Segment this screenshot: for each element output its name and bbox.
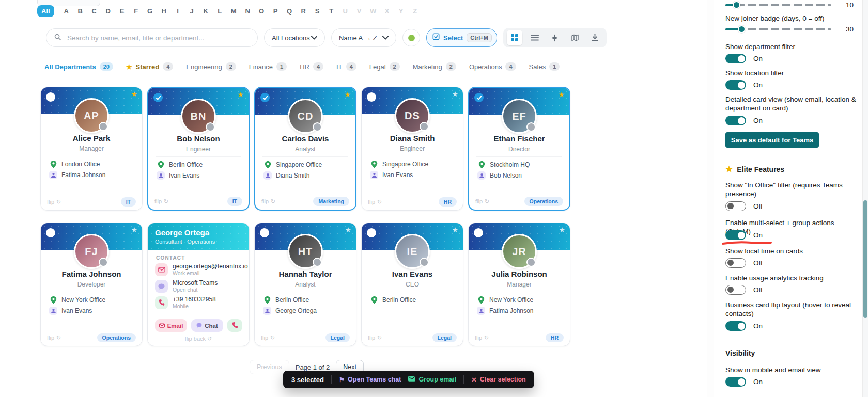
toggle-switch[interactable] <box>725 54 746 63</box>
flip-hint[interactable]: flip↻ <box>475 335 489 341</box>
tab-finance[interactable]: Finance1 <box>249 62 287 71</box>
toggle-switch[interactable] <box>725 116 746 125</box>
person-card-carlos-davis[interactable]: ★CDCarlos DavisAnalystSingapore OfficeDi… <box>254 87 357 211</box>
toggle-switch[interactable] <box>725 377 746 387</box>
export-download-button[interactable] <box>587 30 603 45</box>
toggle-switch[interactable] <box>725 230 746 240</box>
flip-hint[interactable]: flip↻ <box>261 335 275 341</box>
alphabet-letter-M[interactable]: M <box>227 7 241 15</box>
search-box[interactable] <box>46 28 258 47</box>
person-card-fatima-johnson[interactable]: ★FJFatima JohnsonDeveloperNew York Offic… <box>40 223 143 346</box>
group-email-button[interactable]: Group email <box>408 376 456 383</box>
toggle-switch[interactable] <box>725 201 746 211</box>
contact-row[interactable]: +39 160332958Mobile <box>155 296 246 310</box>
sidebar-scrollbar-track[interactable] <box>707 0 714 397</box>
alphabet-letter-L[interactable]: L <box>213 7 227 15</box>
flip-hint[interactable]: flip↻ <box>475 198 489 205</box>
open-teams-chat-button[interactable]: ⚑ Open Teams chat <box>339 376 401 384</box>
save-default-button[interactable]: Save as default for Teams <box>725 132 819 148</box>
alphabet-letter-O[interactable]: O <box>255 7 269 15</box>
card-select-checkbox[interactable] <box>474 93 484 102</box>
star-icon[interactable]: ★ <box>131 226 137 234</box>
list-view-button[interactable] <box>527 30 542 45</box>
alphabet-letter-F[interactable]: F <box>129 7 143 15</box>
alphabet-letter-Q[interactable]: Q <box>283 7 297 15</box>
toggle-switch[interactable] <box>725 258 746 268</box>
star-icon[interactable]: ★ <box>558 90 565 99</box>
search-input[interactable] <box>66 34 250 42</box>
toggle-switch[interactable] <box>725 285 746 295</box>
tab-it[interactable]: IT4 <box>336 62 357 71</box>
star-icon[interactable]: ★ <box>237 90 244 99</box>
person-card-alice-park[interactable]: ★APAlice ParkManagerLondon OfficeFatima … <box>40 87 143 211</box>
star-icon[interactable]: ★ <box>452 90 458 98</box>
card-select-checkbox[interactable] <box>260 228 269 237</box>
person-card-bob-nelson[interactable]: ★BNBob NelsonEngineerBerlin OfficeIvan E… <box>147 87 250 211</box>
page-scrollbar-track[interactable] <box>862 0 868 397</box>
person-card-ethan-fischer[interactable]: ★EFEthan FischerDirectorStockholm HQBob … <box>468 87 570 211</box>
alphabet-letter-E[interactable]: E <box>115 7 129 15</box>
person-card-hannah-taylor[interactable]: ★HTHannah TaylorAnalystBerlin OfficeGeor… <box>254 223 357 346</box>
alphabet-letter-N[interactable]: N <box>241 7 255 15</box>
alphabet-letter-A[interactable]: A <box>59 7 73 15</box>
card-select-checkbox[interactable] <box>46 228 55 237</box>
alphabet-letter-C[interactable]: C <box>87 7 101 15</box>
star-icon[interactable]: ★ <box>452 226 458 234</box>
clear-selection-button[interactable]: ✕ Clear selection <box>471 376 525 384</box>
alphabet-letter-G[interactable]: G <box>143 7 157 15</box>
star-icon[interactable]: ★ <box>345 226 351 234</box>
multi-select-button[interactable]: Select Ctrl+M <box>426 28 497 47</box>
alphabet-letter-J[interactable]: J <box>185 7 199 15</box>
card-select-checkbox[interactable] <box>367 92 376 102</box>
alphabet-letter-T[interactable]: T <box>324 7 338 15</box>
page-scrollbar-thumb[interactable] <box>863 200 867 318</box>
tab-hr[interactable]: HR4 <box>300 62 323 71</box>
alphabet-letter-B[interactable]: B <box>73 7 87 15</box>
flip-hint[interactable]: flip↻ <box>47 199 61 205</box>
tab-legal[interactable]: Legal2 <box>369 62 400 71</box>
tab-sales[interactable]: Sales1 <box>529 62 560 71</box>
star-icon[interactable]: ★ <box>131 90 137 98</box>
alphabet-letter-K[interactable]: K <box>199 7 213 15</box>
flip-back-hint[interactable]: flip back ↺ <box>148 336 249 342</box>
card-select-checkbox[interactable] <box>367 228 376 237</box>
contact-row[interactable]: Microsoft TeamsOpen chat <box>155 280 246 293</box>
presence-filter-button[interactable] <box>402 29 420 46</box>
toggle-switch[interactable] <box>725 321 746 331</box>
star-icon[interactable]: ★ <box>344 90 351 99</box>
chat-button[interactable]: Chat <box>191 319 223 332</box>
alphabet-letter-H[interactable]: H <box>157 7 171 15</box>
tab-operations[interactable]: Operations4 <box>469 62 516 71</box>
card-select-checkbox[interactable] <box>46 92 55 102</box>
new-joiner-slider[interactable] <box>725 25 831 34</box>
alphabet-all-button[interactable]: All <box>37 5 54 17</box>
location-filter-dropdown[interactable]: All Locations <box>264 28 325 47</box>
alphabet-letter-P[interactable]: P <box>269 7 283 15</box>
card-select-checkbox[interactable] <box>260 93 270 102</box>
tab-starred[interactable]: ★Starred4 <box>126 62 173 71</box>
grid-view-button[interactable] <box>507 30 522 45</box>
call-button[interactable] <box>227 319 242 332</box>
flip-hint[interactable]: flip↻ <box>47 335 61 341</box>
org-chart-view-button[interactable] <box>547 30 563 45</box>
map-view-button[interactable] <box>567 30 583 45</box>
star-icon[interactable]: ★ <box>559 226 565 234</box>
alphabet-letter-R[interactable]: R <box>297 7 311 15</box>
person-card-julia-robinson[interactable]: ★JRJulia RobinsonManagerNew York OfficeF… <box>468 223 570 346</box>
contact-row[interactable]: george.ortega@tenantrix.ioWork email <box>155 263 246 277</box>
toggle-switch[interactable] <box>725 80 746 90</box>
alphabet-letter-I[interactable]: I <box>171 7 185 15</box>
card-size-slider[interactable] <box>725 1 831 9</box>
tab-marketing[interactable]: Marketing2 <box>413 62 456 71</box>
card-select-checkbox[interactable] <box>474 228 483 237</box>
email-button[interactable]: Email <box>155 319 187 332</box>
business-card-george-ortega[interactable]: George OrtegaConsultant · OperationsCONT… <box>147 223 250 346</box>
alphabet-letter-D[interactable]: D <box>101 7 115 15</box>
sort-dropdown[interactable]: Name A → Z <box>331 28 396 47</box>
flip-hint[interactable]: flip↻ <box>154 198 168 205</box>
tab-all-departments[interactable]: All Departments20 <box>44 62 113 71</box>
person-card-diana-smith[interactable]: ★DSDiana SmithEngineerSingapore OfficeIv… <box>361 87 463 211</box>
flip-hint[interactable]: flip↻ <box>368 199 382 205</box>
card-select-checkbox[interactable] <box>153 93 163 102</box>
flip-hint[interactable]: flip↻ <box>368 335 382 341</box>
